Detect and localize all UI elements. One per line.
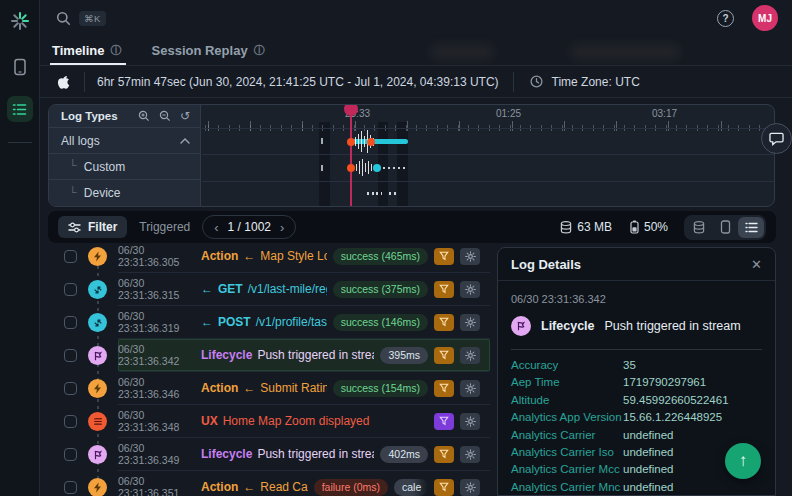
- row-checkbox[interactable]: [64, 415, 77, 428]
- log-row[interactable]: 06/30 23:31:36.351 Action←Read Calendar …: [48, 471, 490, 496]
- view-mode-data[interactable]: [686, 217, 712, 238]
- tab-session-replay[interactable]: Session Replay ⓘ: [152, 36, 265, 65]
- lifecycle-log-icon: [88, 346, 107, 365]
- log-title: Action←Submit Rating: [201, 381, 327, 395]
- list-toolbar: Filter Triggered ‹ 1 / 1002 › 63 MB 50%: [48, 211, 776, 243]
- triggered-label: Triggered: [139, 220, 190, 234]
- filter-funnel-button[interactable]: [434, 248, 454, 265]
- filter-button[interactable]: Filter: [58, 216, 127, 238]
- details-header: Log Details ✕: [498, 248, 775, 281]
- log-settings-button[interactable]: [460, 479, 480, 496]
- log-row[interactable]: 06/30 23:31:36.348 UXHome Map Zoom displ…: [48, 405, 490, 438]
- filter-funnel-button[interactable]: [434, 314, 454, 331]
- lifecycle-log-icon: [88, 445, 107, 464]
- duration-badge: 395ms: [380, 347, 428, 364]
- view-mode-list[interactable]: [738, 217, 764, 238]
- attr-value: undefined: [623, 479, 762, 496]
- help-button[interactable]: ?: [717, 10, 734, 27]
- page-indicator: 1 / 1002: [228, 220, 271, 234]
- details-event-row: Lifecycle Push triggered in stream: [511, 316, 762, 336]
- redacted-tab: [570, 44, 680, 60]
- log-row[interactable]: 06/30 23:31:36.346 Action←Submit Rating …: [48, 372, 490, 405]
- axis-label: 01:25: [496, 108, 521, 119]
- details-attributes: Accuracy35 Aep Time1719790297961 Altitud…: [511, 357, 762, 496]
- row-checkbox[interactable]: [64, 283, 77, 296]
- log-row[interactable]: 06/30 23:31:36.349 LifecyclePush trigger…: [48, 438, 490, 471]
- battery-icon: [630, 220, 639, 234]
- log-types-column: Log Types ↺ All logs └ Custom: [49, 105, 201, 206]
- filter-funnel-button[interactable]: [434, 380, 454, 397]
- zoom-in-icon[interactable]: [138, 110, 150, 122]
- log-row-selected[interactable]: 06/30 23:31:36.342 LifecyclePush trigger…: [48, 339, 490, 372]
- attr-value: 1719790297961: [623, 374, 762, 391]
- row-checkbox[interactable]: [64, 250, 77, 263]
- filter-funnel-button[interactable]: [434, 347, 454, 364]
- row-checkbox[interactable]: [64, 448, 77, 461]
- divider: [513, 72, 514, 92]
- row-checkbox[interactable]: [64, 349, 77, 362]
- log-title: LifecyclePush triggered in stream: [201, 348, 374, 362]
- action-log-icon: [88, 247, 107, 266]
- feedback-button[interactable]: [761, 123, 792, 154]
- log-row[interactable]: 06/30 23:31:36.319 ←POST/v1/profile/task…: [48, 306, 490, 339]
- action-log-icon: [88, 379, 107, 398]
- log-title: Action←Read Calendar Events: [201, 480, 308, 494]
- log-settings-button[interactable]: [460, 446, 480, 463]
- row-checkbox[interactable]: [64, 316, 77, 329]
- attr-key: Analytics Carrier Iso: [511, 444, 623, 461]
- sidebar-item-logs[interactable]: [7, 96, 33, 122]
- search-shortcut-badge: ⌘K: [79, 11, 106, 26]
- log-timestamp: 06/30 23:31:36.349: [118, 442, 201, 466]
- scroll-to-top-button[interactable]: ↑: [725, 443, 761, 479]
- attr-value: 15.66.1.226448925: [623, 409, 762, 426]
- info-icon[interactable]: ⓘ: [254, 43, 265, 58]
- filter-funnel-button[interactable]: [434, 446, 454, 463]
- axis-label: 03:17: [652, 108, 677, 119]
- divider: [84, 72, 85, 92]
- row-separator: [202, 154, 774, 155]
- phone-icon: [720, 220, 731, 234]
- event-mark: [321, 138, 323, 144]
- tab-timeline[interactable]: Timeline ⓘ: [52, 36, 122, 65]
- log-timestamp: 06/30 23:31:36.315: [118, 277, 201, 301]
- chevron-up-icon[interactable]: [180, 138, 190, 144]
- log-settings-button[interactable]: [460, 314, 480, 331]
- log-type-row-all-logs[interactable]: All logs: [49, 128, 200, 154]
- view-mode-device[interactable]: [712, 217, 738, 238]
- log-settings-button[interactable]: [460, 380, 480, 397]
- log-settings-button[interactable]: [460, 413, 480, 430]
- log-type-row-device[interactable]: └ Device: [49, 180, 200, 206]
- filter-funnel-button[interactable]: [434, 479, 454, 496]
- zoom-out-icon[interactable]: [159, 110, 171, 122]
- status-badge: failure (0ms): [314, 479, 388, 496]
- moment-dot: [367, 138, 375, 146]
- app-logo-icon: [9, 10, 31, 32]
- log-timestamp: 06/30 23:31:36.305: [118, 244, 201, 268]
- filter-funnel-button[interactable]: [434, 413, 454, 430]
- sliders-icon: [68, 222, 81, 233]
- search-icon[interactable]: [56, 11, 71, 26]
- row-checkbox[interactable]: [64, 382, 77, 395]
- attr-value: 35: [623, 357, 762, 374]
- filter-funnel-button[interactable]: [434, 281, 454, 298]
- sidebar-item-device[interactable]: [7, 54, 33, 80]
- memory-indicator: 63 MB: [560, 220, 612, 234]
- log-settings-button[interactable]: [460, 281, 480, 298]
- row-label: Device: [84, 186, 121, 200]
- log-type-row-custom[interactable]: └ Custom: [49, 154, 200, 180]
- attr-value: 59.45992660522461: [623, 392, 762, 409]
- database-icon: [560, 221, 572, 234]
- reset-zoom-icon[interactable]: ↺: [180, 109, 190, 123]
- close-icon[interactable]: ✕: [751, 257, 762, 272]
- memory-value: 63 MB: [577, 220, 612, 234]
- prev-page-button[interactable]: ‹: [214, 221, 218, 234]
- row-checkbox[interactable]: [64, 481, 77, 494]
- log-row[interactable]: 06/30 23:31:36.315 ←GET/v1/last-mile/reg…: [48, 273, 490, 306]
- log-row[interactable]: 06/30 23:31:36.305 Action←Map Style Load…: [48, 240, 490, 273]
- left-rail: [0, 0, 40, 496]
- user-avatar[interactable]: MJ: [752, 5, 778, 31]
- next-page-button[interactable]: ›: [280, 221, 284, 234]
- info-icon[interactable]: ⓘ: [111, 43, 122, 58]
- log-settings-button[interactable]: [460, 347, 480, 364]
- log-settings-button[interactable]: [460, 248, 480, 265]
